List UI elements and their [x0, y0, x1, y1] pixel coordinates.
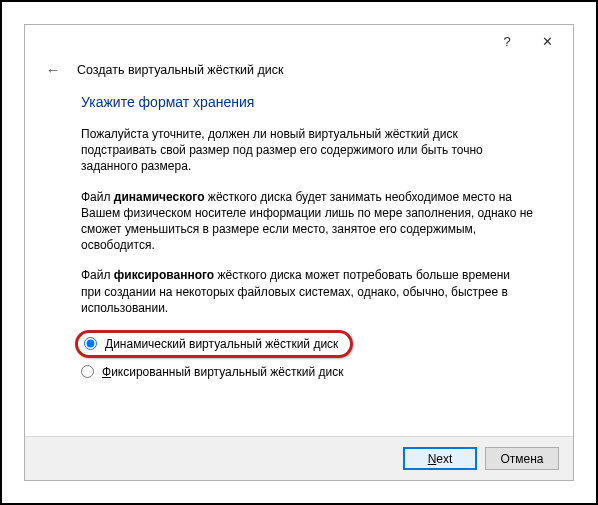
back-button[interactable]: ←: [43, 61, 63, 78]
next-button[interactable]: Next: [403, 447, 477, 470]
storage-type-radio-group: Динамический виртуальный жёсткий диск Фи…: [81, 330, 533, 382]
footer: Next Отмена: [25, 436, 573, 480]
radio-option-fixed[interactable]: Фиксированный виртуальный жёсткий диск: [81, 362, 533, 382]
help-button[interactable]: ?: [487, 27, 527, 55]
close-icon: ✕: [542, 34, 553, 49]
text-bold: фиксированного: [114, 268, 214, 282]
section-title: Укажите формат хранения: [81, 94, 533, 110]
text-bold: динамического: [114, 190, 205, 204]
text: ext: [436, 452, 452, 466]
text: инамический виртуальный жёсткий диск: [113, 337, 338, 351]
text: Файл: [81, 190, 114, 204]
paragraph-dynamic: Файл динамического жёсткого диска будет …: [81, 189, 533, 254]
titlebar: ? ✕: [25, 25, 573, 57]
help-icon: ?: [503, 34, 510, 49]
radio-dynamic-label: Динамический виртуальный жёсткий диск: [105, 337, 338, 351]
cancel-button[interactable]: Отмена: [485, 447, 559, 470]
wizard-title: Создать виртуальный жёсткий диск: [77, 63, 284, 77]
text: Отмена: [500, 452, 543, 466]
mnemonic: Ф: [102, 365, 111, 379]
header: ← Создать виртуальный жёсткий диск: [25, 57, 573, 88]
radio-dynamic-input[interactable]: [84, 337, 97, 350]
close-button[interactable]: ✕: [527, 27, 567, 55]
text: Файл: [81, 268, 114, 282]
radio-fixed-input[interactable]: [81, 365, 94, 378]
mnemonic: Д: [105, 337, 113, 351]
back-arrow-icon: ←: [46, 61, 61, 78]
content-area: Укажите формат хранения Пожалуйста уточн…: [25, 88, 573, 436]
create-vhd-dialog: ? ✕ ← Создать виртуальный жёсткий диск У…: [24, 24, 574, 481]
paragraph-fixed: Файл фиксированного жёсткого диска может…: [81, 267, 533, 316]
text: иксированный виртуальный жёсткий диск: [111, 365, 343, 379]
radio-option-dynamic[interactable]: Динамический виртуальный жёсткий диск: [75, 330, 353, 358]
paragraph-intro: Пожалуйста уточните, должен ли новый вир…: [81, 126, 533, 175]
radio-fixed-label: Фиксированный виртуальный жёсткий диск: [102, 365, 343, 379]
